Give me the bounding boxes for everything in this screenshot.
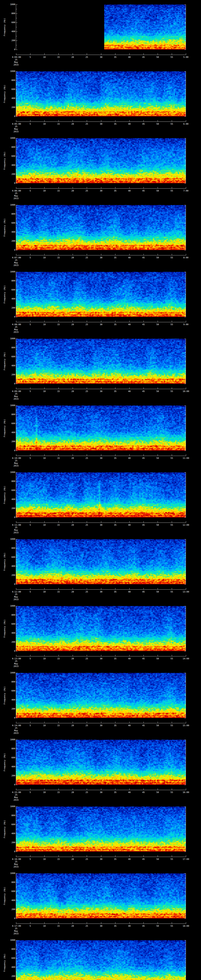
x-tick-label: 30 (97, 123, 105, 125)
y-tick-mark (184, 976, 186, 977)
y-axis-title: Frequency (Hz) (3, 553, 6, 571)
x-tick-mark (172, 855, 172, 857)
spectrogram-panel: Frequency (Hz) 020040060080010004:04:002… (0, 0, 201, 67)
y-tick-mark (184, 281, 186, 281)
y-tick-mark (16, 165, 18, 165)
y-tick-mark (16, 824, 18, 825)
x-tick-label: 15 (54, 189, 62, 192)
y-tick-mark (16, 45, 17, 45)
y-tick-mark (185, 887, 186, 887)
y-tick-label: 600 (7, 489, 15, 492)
spectrogram-panel: Frequency (Hz) 020040060080010004:08:002… (0, 267, 201, 334)
y-tick-mark (16, 776, 18, 776)
x-tick-label: 10 (40, 56, 48, 59)
y-tick-label: 600 (7, 623, 15, 625)
y-tick-label: 400 (7, 565, 15, 568)
y-tick-mark (16, 949, 18, 950)
y-tick-label: 400 (7, 966, 15, 969)
y-tick-mark (184, 250, 186, 250)
y-tick-label: 200 (7, 641, 15, 643)
x-tick-label: 30 (97, 858, 105, 861)
x-tick-mark (158, 321, 158, 322)
x-tick-mark (16, 655, 16, 656)
date-line: 25 (10, 125, 22, 128)
y-tick-mark (185, 76, 186, 76)
y-axis-title: Frequency (Hz) (3, 218, 6, 237)
x-tick-mark (172, 655, 172, 656)
x-tick-mark (186, 388, 186, 389)
y-tick-label: 0 (7, 249, 15, 251)
x-tick-label: 10 (40, 657, 48, 660)
y-tick-mark (16, 887, 17, 887)
y-tick-label: 0 (7, 583, 15, 585)
x-end-time-label: 12:00 (180, 524, 192, 526)
y-tick-label: 0 (7, 449, 15, 452)
x-tick-label: 40 (125, 56, 133, 59)
date-line: May (10, 462, 22, 465)
x-tick-label: 15 (54, 925, 62, 927)
y-tick-label: 0 (7, 182, 15, 185)
x-tick-label: 5 (26, 858, 34, 861)
y-axis-title: Frequency (Hz) (3, 419, 6, 437)
x-end-time-label: 11:00 (180, 457, 192, 460)
y-tick-mark (16, 744, 17, 745)
date-line: 2015 (10, 64, 22, 66)
y-tick-mark (16, 767, 18, 767)
y-axis-title: Frequency (Hz) (3, 285, 6, 304)
y-tick-label: 400 (7, 832, 15, 835)
x-tick-mark (172, 521, 172, 523)
x-tick-mark (16, 855, 16, 857)
x-tick-label: 5 (26, 925, 34, 927)
y-tick-label: 1000 (7, 672, 15, 674)
date-line: 2015 (10, 331, 22, 333)
y-tick-label: 800 (7, 681, 15, 683)
x-tick-label: 20 (69, 724, 77, 727)
y-tick-label: 400 (7, 298, 15, 300)
y-tick-label: 800 (7, 414, 15, 416)
y-tick-mark (184, 174, 186, 175)
x-tick-label: 15 (54, 256, 62, 259)
x-tick-label: 45 (140, 925, 147, 927)
x-end-time-label: 8:00 (180, 256, 192, 259)
y-tick-mark (16, 834, 18, 834)
date-line: May (10, 863, 22, 865)
y-tick-mark (16, 945, 17, 945)
x-tick-label: 15 (54, 56, 62, 59)
y-axis-title: Frequency (Hz) (3, 18, 6, 36)
y-tick-mark (185, 686, 186, 687)
y-tick-mark (184, 165, 186, 165)
y-tick-mark (16, 285, 17, 286)
x-tick-label: 30 (97, 524, 105, 526)
spectrogram-image (16, 740, 186, 785)
y-tick-mark (16, 232, 18, 232)
x-tick-label: 35 (111, 858, 119, 861)
y-tick-mark (16, 940, 18, 940)
y-tick-mark (16, 718, 18, 718)
date-line: 25 (10, 593, 22, 596)
x-tick-label: 20 (69, 56, 77, 59)
x-tick-label: 5 (26, 791, 34, 794)
x-tick-label: 10 (40, 925, 48, 927)
y-tick-label: 600 (7, 690, 15, 692)
y-tick-mark (16, 548, 18, 549)
date-line: 2015 (10, 932, 22, 935)
y-tick-label: 0 (7, 784, 15, 786)
date-line: 25 (10, 861, 22, 863)
x-tick-label: 45 (140, 123, 147, 125)
y-tick-label: 1000 (7, 538, 15, 540)
x-tick-label: 35 (111, 390, 119, 393)
date-line: 25 (10, 259, 22, 261)
date-line: 2015 (10, 197, 22, 200)
y-tick-label: 0 (7, 650, 15, 652)
y-tick-mark (184, 718, 186, 718)
x-tick-mark (186, 53, 186, 55)
y-tick-label: 1000 (7, 471, 15, 474)
x-tick-mark (16, 254, 16, 255)
x-tick-mark (30, 521, 30, 523)
x-tick-label: 10 (40, 323, 48, 326)
x-tick-mark (186, 588, 186, 589)
y-tick-mark (16, 571, 17, 571)
x-tick-label: 40 (125, 457, 133, 460)
x-tick-label: 50 (154, 724, 161, 727)
x-end-time-label: 9:00 (180, 323, 192, 326)
